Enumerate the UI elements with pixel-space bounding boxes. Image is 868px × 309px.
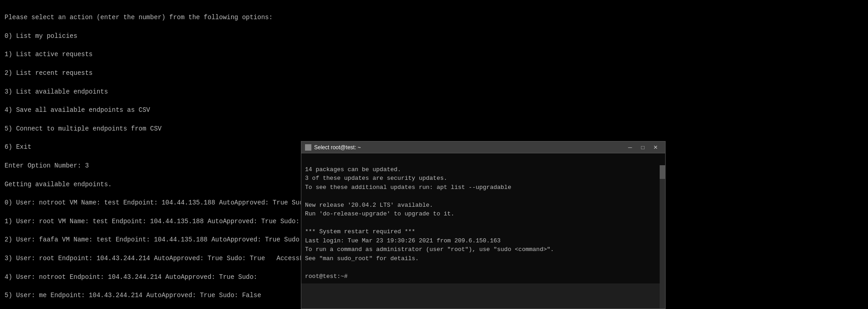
line-3: 2) List recent requests: [5, 68, 863, 78]
popup-terminal-window: ■ Select root@test: ~ ─ □ ✕ 14 packages …: [301, 141, 666, 309]
line-0: Please select an action (enter the numbe…: [5, 13, 863, 22]
popup-title-text: Select root@test: ~: [314, 144, 624, 151]
popup-terminal-content[interactable]: 14 packages can be updated. 3 of these u…: [301, 153, 665, 283]
line-5: 4) Save all available endpoints as CSV: [5, 105, 863, 115]
line-4: 3) List available endpoints: [5, 87, 863, 96]
popup-title-icon: ■: [305, 144, 311, 151]
popup-scrollbar[interactable]: [660, 165, 665, 309]
line-2: 1) List active requests: [5, 50, 863, 59]
minimize-button[interactable]: ─: [624, 143, 636, 152]
popup-titlebar: ■ Select root@test: ~ ─ □ ✕: [301, 141, 665, 153]
close-button[interactable]: ✕: [650, 143, 661, 152]
popup-window-controls: ─ □ ✕: [624, 143, 661, 152]
line-6: 5) Connect to multiple endpoints from CS…: [5, 124, 863, 133]
maximize-button[interactable]: □: [637, 143, 649, 152]
popup-scrollbar-thumb[interactable]: [660, 165, 665, 179]
line-1: 0) List my policies: [5, 31, 863, 41]
